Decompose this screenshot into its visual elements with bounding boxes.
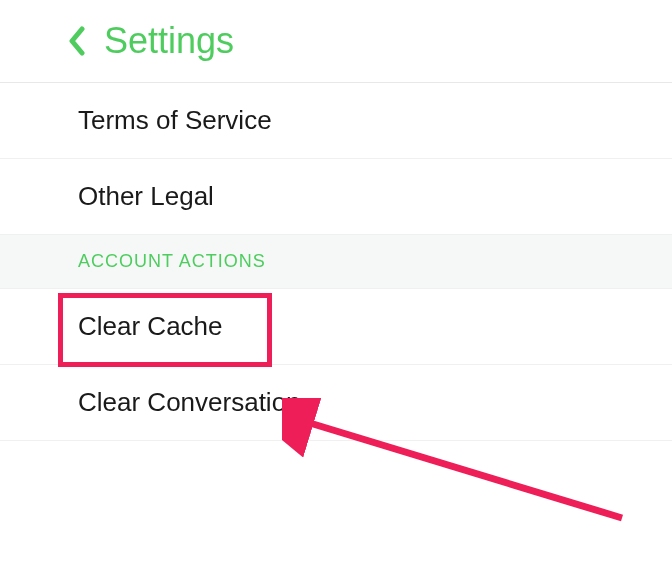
list-item-label: Clear Cache (78, 311, 223, 341)
list-item-terms-of-service[interactable]: Terms of Service (0, 83, 672, 159)
back-icon[interactable] (68, 26, 86, 56)
list-item-other-legal[interactable]: Other Legal (0, 159, 672, 235)
list-item-label: Terms of Service (78, 105, 272, 135)
page-title: Settings (104, 20, 234, 62)
settings-header: Settings (0, 0, 672, 83)
section-header-label: ACCOUNT ACTIONS (78, 251, 266, 271)
section-header-account-actions: ACCOUNT ACTIONS (0, 235, 672, 289)
highlight-wrapper: Clear Cache (0, 289, 672, 365)
list-item-label: Other Legal (78, 181, 214, 211)
list-item-label: Clear Conversation (78, 387, 301, 417)
list-item-clear-cache[interactable]: Clear Cache (0, 289, 672, 365)
list-item-clear-conversation[interactable]: Clear Conversation (0, 365, 672, 441)
